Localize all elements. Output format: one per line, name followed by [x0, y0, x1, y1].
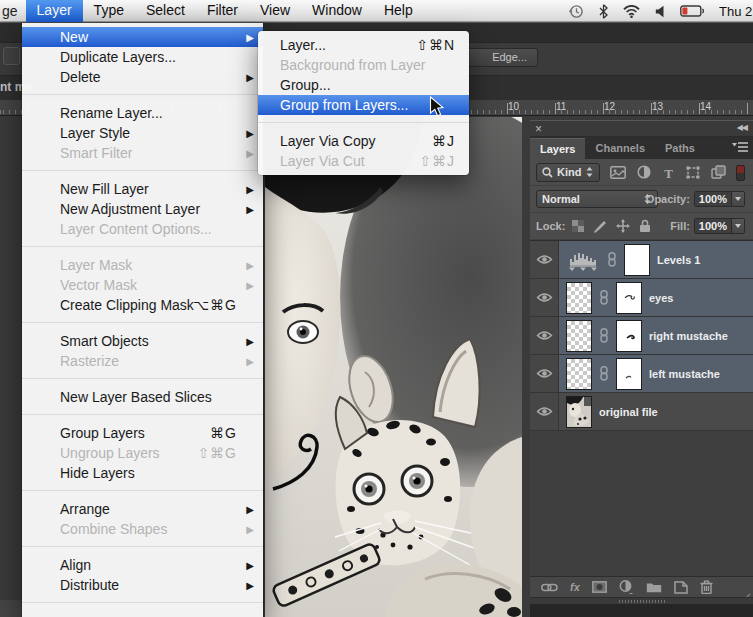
- lock-transparency-icon[interactable]: [572, 220, 584, 232]
- tab-layers[interactable]: Layers: [530, 138, 585, 159]
- submenu-item-group[interactable]: Group...: [258, 75, 469, 95]
- wifi-icon[interactable]: [623, 5, 640, 18]
- tab-channels[interactable]: Channels: [585, 138, 655, 159]
- menu-item-rename-layer[interactable]: Rename Layer...: [22, 103, 263, 123]
- layer-mask-thumbnail[interactable]: [616, 320, 642, 352]
- menu-item-vector-mask[interactable]: Vector Mask▶: [22, 275, 263, 295]
- menubar-item-window[interactable]: Window: [301, 0, 373, 22]
- visibility-toggle[interactable]: [530, 241, 559, 278]
- levels-adjustment-icon[interactable]: [566, 249, 600, 271]
- menu-item-layer-style[interactable]: Layer Style▶: [22, 123, 263, 143]
- menubar-item-select[interactable]: Select: [135, 0, 196, 22]
- menubar-item-view[interactable]: View: [249, 0, 301, 22]
- pixel-filter-icon[interactable]: [610, 166, 626, 179]
- delete-layer-icon[interactable]: [700, 580, 713, 594]
- new-layer-icon[interactable]: [674, 581, 688, 594]
- menu-item-hide-layers[interactable]: Hide Layers: [22, 463, 263, 483]
- smart-object-filter-icon[interactable]: [711, 165, 726, 179]
- layer-mask-thumbnail[interactable]: [624, 244, 650, 276]
- tab-paths[interactable]: Paths: [655, 138, 705, 159]
- type-filter-icon[interactable]: T: [662, 166, 675, 179]
- menu-item-align[interactable]: Align▶: [22, 555, 263, 575]
- panel-height-grip[interactable]: [530, 597, 753, 604]
- volume-icon[interactable]: [655, 5, 665, 18]
- visibility-toggle[interactable]: [530, 393, 559, 430]
- menu-item-new[interactable]: New▶: [22, 27, 263, 47]
- layer-name[interactable]: right mustache: [649, 330, 728, 342]
- menu-item-distribute[interactable]: Distribute▶: [22, 575, 263, 595]
- submenu-item-layer-via-copy[interactable]: Layer Via Copy⌘J: [258, 131, 469, 151]
- layer-thumbnail[interactable]: [566, 358, 592, 390]
- layer-mask-thumbnail[interactable]: [616, 358, 642, 390]
- menubar-item-filter[interactable]: Filter: [196, 0, 249, 22]
- menu-separator: [22, 602, 263, 603]
- menubar-item-partial-image[interactable]: ge: [0, 3, 26, 19]
- mask-link-icon[interactable]: [599, 328, 609, 343]
- layer-row-left-mustache[interactable]: left mustache: [530, 355, 753, 393]
- fill-value-dropdown[interactable]: 100%: [694, 218, 745, 234]
- layer-style-fx-icon[interactable]: fx: [570, 581, 580, 593]
- visibility-toggle[interactable]: [530, 317, 559, 354]
- menu-item-ungroup-layers[interactable]: Ungroup Layers⇧⌘G: [22, 443, 263, 463]
- menu-item-new-adjustment-layer[interactable]: New Adjustment Layer▶: [22, 199, 263, 219]
- opacity-value-dropdown[interactable]: 100%: [694, 191, 745, 207]
- menubar-item-help[interactable]: Help: [373, 0, 424, 22]
- collapse-panel-icon[interactable]: ◀◀: [737, 123, 747, 132]
- mask-link-icon[interactable]: [599, 290, 609, 305]
- layer-name[interactable]: Levels 1: [657, 254, 700, 266]
- menu-item-layer-content-options[interactable]: Layer Content Options...: [22, 219, 263, 239]
- menubar-clock[interactable]: Thu 2: [719, 4, 753, 19]
- layer-thumbnail[interactable]: [566, 320, 592, 352]
- add-mask-icon[interactable]: [592, 581, 607, 593]
- menubar-item-type[interactable]: Type: [83, 0, 135, 22]
- options-bar-partial-button[interactable]: [3, 47, 20, 65]
- menu-item-layer-mask[interactable]: Layer Mask▶: [22, 255, 263, 275]
- panel-menu-icon[interactable]: [732, 141, 748, 156]
- lock-all-icon[interactable]: [639, 219, 651, 233]
- lock-position-icon[interactable]: [616, 219, 630, 233]
- menu-item-duplicate-layers[interactable]: Duplicate Layers...: [22, 47, 263, 67]
- menu-item-arrange[interactable]: Arrange▶: [22, 499, 263, 519]
- battery-icon[interactable]: [680, 5, 704, 17]
- bluetooth-icon[interactable]: [599, 4, 608, 19]
- panel-close-icon[interactable]: ×: [535, 122, 542, 136]
- menubar-item-layer[interactable]: Layer: [26, 0, 83, 22]
- document-canvas-photo[interactable]: [265, 117, 522, 617]
- menu-item-smart-objects[interactable]: Smart Objects▶: [22, 331, 263, 351]
- layer-mask-thumbnail[interactable]: [616, 282, 642, 314]
- new-group-icon[interactable]: [646, 581, 662, 593]
- submenu-item-layer[interactable]: Layer...⇧⌘N: [258, 35, 469, 55]
- menu-item-group-layers[interactable]: Group Layers⌘G: [22, 423, 263, 443]
- menu-item-rasterize[interactable]: Rasterize▶: [22, 351, 263, 371]
- mask-link-icon[interactable]: [599, 366, 609, 381]
- menu-item-new-fill-layer[interactable]: New Fill Layer▶: [22, 179, 263, 199]
- filter-toggle-switch[interactable]: [736, 165, 745, 181]
- layer-row-right-mustache[interactable]: right mustache: [530, 317, 753, 355]
- menu-item-new-layer-based-slices[interactable]: New Layer Based Slices: [22, 387, 263, 407]
- time-machine-icon[interactable]: [569, 4, 584, 19]
- kind-filter-dropdown[interactable]: Kind: [536, 163, 600, 182]
- visibility-toggle[interactable]: [530, 355, 559, 392]
- layer-thumbnail[interactable]: [566, 396, 592, 428]
- adjustment-layer-icon[interactable]: [619, 580, 634, 594]
- visibility-toggle[interactable]: [530, 279, 559, 316]
- layer-row-eyes[interactable]: eyes: [530, 279, 753, 317]
- mask-link-icon[interactable]: [607, 252, 617, 267]
- layer-name[interactable]: eyes: [649, 292, 673, 304]
- menu-item-create-clipping-mask[interactable]: Create Clipping Mask⌥⌘G: [22, 295, 263, 315]
- submenu-item-background-from-layer[interactable]: Background from Layer: [258, 55, 469, 75]
- shape-filter-icon[interactable]: [686, 166, 700, 179]
- layer-row-original-file[interactable]: original file: [530, 393, 753, 431]
- submenu-item-layer-via-cut[interactable]: Layer Via Cut⇧⌘J: [258, 151, 469, 171]
- menu-item-delete[interactable]: Delete▶: [22, 67, 263, 87]
- layer-row-levels-1[interactable]: Levels 1: [530, 241, 753, 279]
- layer-thumbnail[interactable]: [566, 282, 592, 314]
- blend-mode-dropdown[interactable]: Normal: [536, 190, 658, 208]
- link-layers-icon[interactable]: [541, 583, 558, 592]
- menu-item-smart-filter[interactable]: Smart Filter▶: [22, 143, 263, 163]
- layer-name[interactable]: original file: [599, 406, 658, 418]
- layer-name[interactable]: left mustache: [649, 368, 720, 380]
- lock-paint-icon[interactable]: [593, 220, 607, 233]
- adjustment-filter-icon[interactable]: [637, 165, 651, 179]
- menu-item-combine-shapes[interactable]: Combine Shapes▶: [22, 519, 263, 539]
